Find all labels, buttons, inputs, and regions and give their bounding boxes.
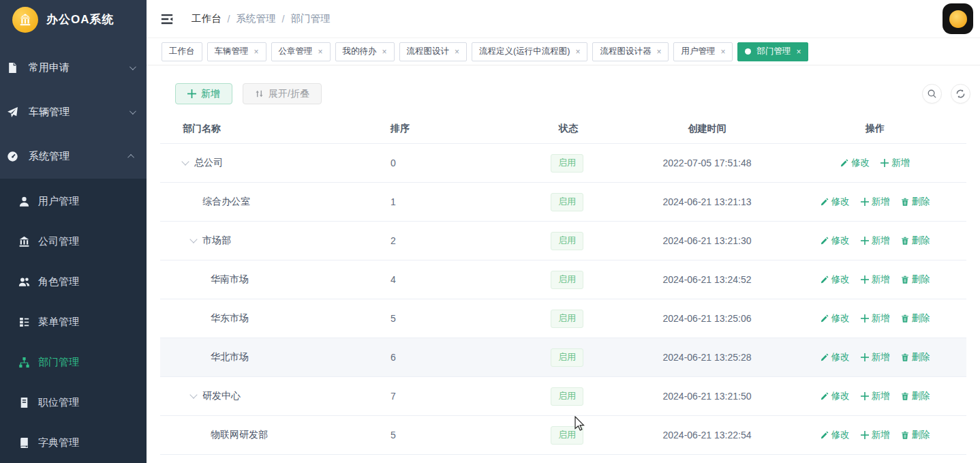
app-logo-icon xyxy=(12,7,38,33)
breadcrumb-separator: / xyxy=(282,14,285,25)
add-button-label: 新增 xyxy=(201,88,220,100)
tab-close-icon[interactable]: × xyxy=(254,48,259,56)
tab-workbench[interactable]: 工作台 xyxy=(162,42,202,61)
edit-link[interactable]: 修改 xyxy=(821,429,850,441)
sidebar-item-system-mgmt[interactable]: 系统管理 xyxy=(0,134,147,179)
sidebar-item-vehicle-mgmt[interactable]: 车辆管理 xyxy=(0,90,147,134)
cell-created-time: 2024-06-21 13:22:54 xyxy=(630,430,784,440)
sidebar-subitem-label: 字典管理 xyxy=(38,436,79,449)
add-child-link[interactable]: 新增 xyxy=(861,429,890,441)
sidebar-subitem-dictionary-mgmt[interactable]: 字典管理 xyxy=(0,423,147,463)
sort-arrows-icon xyxy=(255,89,264,98)
cell-department-name: 华南市场 xyxy=(160,273,378,286)
tag-tab-bar: 工作台车辆管理×公章管理×我的待办×流程图设计×流程定义(运行中流程图)×流程图… xyxy=(147,38,980,65)
sidebar-subitem-user-mgmt[interactable]: 用户管理 xyxy=(0,181,147,222)
cell-department-name: 市场部 xyxy=(160,235,378,247)
add-child-link[interactable]: 新增 xyxy=(881,157,910,169)
status-badge: 启用 xyxy=(551,310,583,328)
delete-link-label: 删除 xyxy=(912,429,930,441)
sidebar-menu: 常用申请车辆管理系统管理 xyxy=(0,46,147,179)
tab-department[interactable]: 部门管理× xyxy=(737,42,808,61)
tab-close-icon[interactable]: × xyxy=(656,48,661,56)
sidebar-subitem-company-mgmt[interactable]: 公司管理 xyxy=(0,222,147,262)
add-child-link[interactable]: 新增 xyxy=(861,312,890,325)
edit-link[interactable]: 修改 xyxy=(821,312,850,325)
edit-link[interactable]: 修改 xyxy=(821,196,850,208)
breadcrumb-item[interactable]: 工作台 xyxy=(192,12,221,25)
add-child-link[interactable]: 新增 xyxy=(861,273,890,286)
tab-seal[interactable]: 公章管理× xyxy=(271,42,331,61)
column-header-3: 创建时间 xyxy=(630,123,784,135)
edit-icon xyxy=(821,392,829,400)
cell-created-time: 2024-06-21 13:24:52 xyxy=(630,274,784,285)
add-button[interactable]: 新增 xyxy=(175,83,232,104)
delete-link[interactable]: 删除 xyxy=(901,312,930,325)
trash-icon xyxy=(901,314,909,323)
team-icon xyxy=(18,276,30,288)
tab-close-icon[interactable]: × xyxy=(796,48,801,56)
delete-link[interactable]: 删除 xyxy=(901,429,930,441)
tab-close-icon[interactable]: × xyxy=(318,48,323,56)
sidebar: 办公OA系统 常用申请车辆管理系统管理 用户管理公司管理角色管理菜单管理部门管理… xyxy=(0,0,147,463)
sidebar-item-common-apply[interactable]: 常用申请 xyxy=(0,46,147,90)
cell-status: 启用 xyxy=(542,154,630,173)
add-child-link[interactable]: 新增 xyxy=(861,196,890,208)
tab-close-icon[interactable]: × xyxy=(720,48,725,56)
add-child-link[interactable]: 新增 xyxy=(861,351,890,363)
status-badge: 启用 xyxy=(551,387,583,406)
tab-flow-definition[interactable]: 流程定义(运行中流程图)× xyxy=(472,42,587,61)
add-child-link[interactable]: 新增 xyxy=(861,235,890,247)
toolbar-right xyxy=(922,84,970,104)
edit-link[interactable]: 修改 xyxy=(840,157,870,169)
tab-flow-design[interactable]: 流程图设计× xyxy=(399,42,468,61)
menu-fold-icon[interactable] xyxy=(160,12,174,26)
edit-link[interactable]: 修改 xyxy=(821,273,850,286)
user-avatar[interactable] xyxy=(943,3,973,34)
edit-link-label: 修改 xyxy=(831,351,850,363)
delete-link[interactable]: 删除 xyxy=(901,196,930,208)
edit-link[interactable]: 修改 xyxy=(821,235,850,247)
expand-caret-icon[interactable] xyxy=(181,158,189,165)
bank-icon xyxy=(18,236,30,248)
menu-tree-icon xyxy=(18,316,30,328)
chevron-down-icon xyxy=(129,63,136,70)
expand-collapse-button[interactable]: 展开/折叠 xyxy=(243,83,322,104)
delete-link[interactable]: 删除 xyxy=(901,390,930,402)
cell-status: 启用 xyxy=(542,271,630,289)
edit-icon xyxy=(821,353,829,361)
expand-caret-icon[interactable] xyxy=(189,235,197,243)
cell-operations: 修改新增删除 xyxy=(784,351,966,363)
refresh-icon[interactable] xyxy=(951,84,970,104)
table-row: 华南市场4启用2024-06-21 13:24:52修改新增删除 xyxy=(160,260,966,299)
tab-close-icon[interactable]: × xyxy=(382,48,387,56)
send-icon xyxy=(7,106,18,118)
edit-link[interactable]: 修改 xyxy=(821,390,850,402)
delete-link[interactable]: 删除 xyxy=(901,235,930,247)
tab-my-todo[interactable]: 我的待办× xyxy=(335,42,395,61)
plus-icon xyxy=(861,314,869,323)
tab-vehicle[interactable]: 车辆管理× xyxy=(207,42,266,61)
sidebar-subitem-role-mgmt[interactable]: 角色管理 xyxy=(0,262,147,302)
delete-link[interactable]: 删除 xyxy=(901,351,930,363)
tab-flow-designer[interactable]: 流程图设计器× xyxy=(592,42,669,61)
search-icon[interactable] xyxy=(922,84,942,104)
delete-link[interactable]: 删除 xyxy=(901,273,930,286)
edit-link[interactable]: 修改 xyxy=(821,351,850,363)
column-header-0: 部门名称 xyxy=(160,123,378,135)
sidebar-subitem-menu-mgmt[interactable]: 菜单管理 xyxy=(0,302,147,342)
breadcrumb-item[interactable]: 系统管理 xyxy=(236,12,276,25)
add-child-link-label: 新增 xyxy=(891,157,910,169)
expand-caret-icon[interactable] xyxy=(189,391,197,398)
tab-close-icon[interactable]: × xyxy=(575,48,580,56)
cell-sort: 5 xyxy=(378,313,542,324)
tab-close-icon[interactable]: × xyxy=(455,48,459,56)
add-child-link-label: 新增 xyxy=(872,390,890,402)
trash-icon xyxy=(901,392,909,400)
app-logo-row: 办公OA系统 xyxy=(0,0,147,39)
breadcrumb-item[interactable]: 部门管理 xyxy=(291,12,331,25)
column-header-1: 排序 xyxy=(378,123,542,135)
sidebar-subitem-position-mgmt[interactable]: 职位管理 xyxy=(0,383,147,423)
add-child-link[interactable]: 新增 xyxy=(861,390,890,402)
tab-user[interactable]: 用户管理× xyxy=(673,42,733,61)
sidebar-subitem-department-mgmt[interactable]: 部门管理 xyxy=(0,342,147,383)
